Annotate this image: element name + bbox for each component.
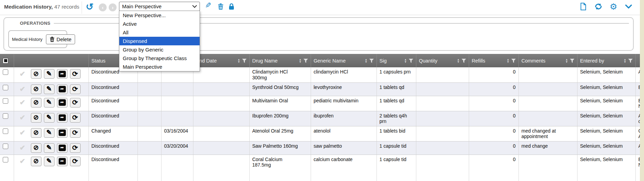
discontinue-button[interactable]: ⊘: [31, 69, 41, 79]
renew-button[interactable]: ⟳: [70, 84, 81, 94]
cell-comments: [518, 82, 577, 96]
cell-end_date: [193, 67, 249, 82]
row-checkbox[interactable]: [3, 157, 8, 162]
perspective-select[interactable]: Main Perspective: [119, 2, 200, 11]
undo-icon[interactable]: ↺: [86, 1, 94, 12]
edit-button[interactable]: ✎: [44, 157, 55, 166]
renew-button[interactable]: ⟳: [70, 98, 81, 108]
delete-perspective-icon[interactable]: [216, 2, 225, 11]
discontinue-button[interactable]: ⊘: [31, 128, 41, 138]
table-row[interactable]: ✔⊘✎➦⟳DiscontinuedCoral Calcium 187.5mgca…: [0, 155, 640, 181]
operations-panel: OPERATIONS Medical History Delete: [3, 17, 634, 51]
menu-option[interactable]: New Perspective...: [119, 11, 200, 20]
delete-button[interactable]: Delete: [46, 34, 75, 44]
filter-icon[interactable]: [409, 59, 413, 63]
row-checkbox[interactable]: [3, 85, 8, 90]
forward-button[interactable]: ➦: [57, 84, 68, 94]
menu-option[interactable]: Dispensed: [119, 37, 200, 45]
cell-select: [0, 96, 14, 111]
edit-button[interactable]: ✎: [44, 98, 55, 108]
select-all-header[interactable]: [0, 54, 14, 67]
filter-icon[interactable]: [628, 59, 633, 63]
column-header[interactable]: End Date▲▼: [193, 54, 249, 67]
column-label: Drug Name: [252, 58, 297, 64]
filter-icon[interactable]: [462, 59, 466, 63]
filter-icon[interactable]: [369, 59, 374, 63]
forward-button[interactable]: ➦: [57, 98, 68, 108]
column-header[interactable]: Sig▲▼: [377, 54, 416, 67]
next-icon[interactable]: ›: [109, 3, 117, 11]
menu-option[interactable]: Group by Generic: [119, 45, 200, 54]
filter-icon[interactable]: [242, 59, 247, 63]
select-all-checkbox[interactable]: [3, 58, 8, 64]
check-icon: ✔: [17, 130, 28, 136]
sort-icon[interactable]: ▲▼: [457, 58, 460, 63]
discontinue-button[interactable]: ⊘: [31, 143, 41, 153]
sort-icon[interactable]: ▲▼: [299, 58, 302, 63]
discontinue-button[interactable]: ⊘: [31, 84, 41, 94]
sort-icon[interactable]: ▲▼: [565, 58, 568, 63]
forward-button[interactable]: ➦: [57, 113, 68, 123]
table-row[interactable]: ✔⊘✎➦⟳DiscontinuedClindamycin HCl 300mgcl…: [0, 67, 640, 82]
menu-option[interactable]: Group by Therapeutic Class: [119, 54, 200, 63]
sort-icon[interactable]: ▲▼: [404, 58, 407, 63]
gear-icon[interactable]: ⚙: [609, 2, 618, 11]
cell-sig: 1 tablets qd: [377, 82, 416, 96]
refresh-icon[interactable]: [594, 2, 603, 11]
forward-icon: ➦: [59, 129, 66, 136]
edit-button[interactable]: ✎: [44, 84, 55, 94]
discontinue-button[interactable]: ⊘: [31, 98, 41, 108]
column-header[interactable]: Refills▲▼: [469, 54, 518, 67]
table-row[interactable]: ✔⊘✎➦⟳DiscontinuedSynthroid Oral 50mcglev…: [0, 82, 640, 96]
column-header[interactable]: Quantity▲▼: [416, 54, 469, 67]
row-checkbox[interactable]: [3, 113, 8, 119]
collapse-chevron-icon[interactable]: [624, 2, 633, 11]
menu-option[interactable]: All: [119, 28, 200, 37]
forward-button[interactable]: ➦: [57, 157, 68, 166]
forward-button[interactable]: ➦: [57, 143, 68, 153]
table-row[interactable]: ✔⊘✎➦⟳Discontinued03/20/2004Saw Palmetto …: [0, 141, 640, 155]
row-checkbox[interactable]: [3, 69, 8, 75]
discontinue-button[interactable]: ⊘: [31, 113, 41, 123]
previous-icon[interactable]: ‹: [99, 3, 107, 11]
menu-option[interactable]: Main Perspective: [119, 63, 200, 71]
edit-button[interactable]: ✎: [44, 69, 55, 79]
discontinue-button[interactable]: ⊘: [31, 157, 41, 166]
cell-comments: med changed at appointment: [518, 126, 577, 141]
sort-icon[interactable]: ▲▼: [624, 58, 627, 63]
table-row[interactable]: ✔⊘✎➦⟳Changed03/16/2004Atenolol Oral 25mg…: [0, 126, 640, 141]
row-checkbox[interactable]: [3, 128, 8, 134]
cell-select: [0, 155, 14, 181]
table-row[interactable]: ✔⊘✎➦⟳DiscontinuedIbuprofen 200mgibuprofe…: [0, 111, 640, 126]
forward-button[interactable]: ➦: [57, 128, 68, 138]
filter-icon[interactable]: [570, 59, 574, 63]
cell-generic: clindamycin HCl: [311, 67, 377, 82]
cell-actions: ✔⊘✎➦⟳: [14, 67, 88, 82]
cell-select: [0, 111, 14, 126]
column-header[interactable]: Comments▲▼: [518, 54, 577, 67]
filter-icon[interactable]: [303, 59, 308, 63]
menu-option[interactable]: Active: [119, 20, 200, 28]
sort-icon[interactable]: ▲▼: [365, 58, 368, 63]
edit-button[interactable]: ✎: [44, 143, 55, 153]
edit-button[interactable]: ✎: [44, 113, 55, 123]
column-header[interactable]: Entered by▲▼: [577, 54, 635, 67]
edit-perspective-icon[interactable]: ✎: [204, 1, 213, 10]
new-document-icon[interactable]: [579, 2, 588, 11]
renew-button[interactable]: ⟳: [70, 113, 81, 123]
row-checkbox[interactable]: [3, 98, 8, 104]
lock-icon[interactable]: [227, 2, 236, 11]
renew-button[interactable]: ⟳: [70, 128, 81, 138]
row-checkbox[interactable]: [3, 144, 8, 149]
renew-button[interactable]: ⟳: [70, 69, 81, 79]
edit-button[interactable]: ✎: [44, 128, 55, 138]
sort-icon[interactable]: ▲▼: [507, 58, 510, 63]
column-header[interactable]: Drug Name▲▼: [249, 54, 311, 67]
filter-icon[interactable]: [511, 59, 516, 63]
forward-button[interactable]: ➦: [57, 69, 68, 79]
renew-button[interactable]: ⟳: [70, 143, 81, 153]
sort-icon[interactable]: ▲▼: [238, 58, 240, 63]
table-row[interactable]: ✔⊘✎➦⟳DiscontinuedMultivitamin Oralpediat…: [0, 96, 640, 111]
renew-button[interactable]: ⟳: [70, 157, 81, 166]
column-header[interactable]: Generic Name▲▼: [311, 54, 377, 67]
